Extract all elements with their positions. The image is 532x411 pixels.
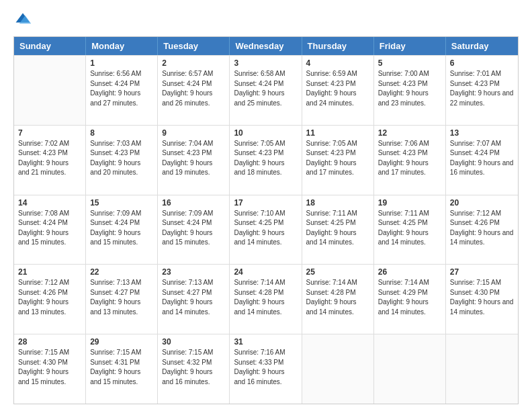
calendar-row-4: 28Sunrise: 7:15 AMSunset: 4:30 PMDayligh… — [14, 334, 518, 404]
cell-info: Sunrise: 7:11 AMSunset: 4:25 PMDaylight:… — [378, 209, 441, 248]
cell-info: Sunrise: 7:04 AMSunset: 4:23 PMDaylight:… — [162, 139, 225, 178]
calendar-cell: 20Sunrise: 7:12 AMSunset: 4:26 PMDayligh… — [446, 195, 518, 265]
calendar-cell: 1Sunrise: 6:56 AMSunset: 4:24 PMDaylight… — [86, 56, 158, 125]
header-cell-wednesday: Wednesday — [230, 37, 302, 55]
calendar-cell — [446, 334, 518, 404]
day-number: 1 — [90, 58, 153, 68]
cell-info: Sunrise: 7:05 AMSunset: 4:23 PMDaylight:… — [234, 139, 297, 178]
day-number: 27 — [450, 267, 514, 277]
cell-info: Sunrise: 7:06 AMSunset: 4:23 PMDaylight:… — [378, 139, 441, 178]
calendar-row-1: 7Sunrise: 7:02 AMSunset: 4:23 PMDaylight… — [14, 125, 518, 195]
cell-info: Sunrise: 7:12 AMSunset: 4:26 PMDaylight:… — [450, 209, 514, 248]
day-number: 26 — [378, 267, 441, 277]
day-number: 4 — [306, 58, 369, 68]
calendar-cell: 22Sunrise: 7:13 AMSunset: 4:27 PMDayligh… — [86, 265, 158, 334]
cell-info: Sunrise: 7:02 AMSunset: 4:23 PMDaylight:… — [18, 139, 81, 178]
calendar-cell: 4Sunrise: 6:59 AMSunset: 4:23 PMDaylight… — [302, 56, 374, 125]
day-number: 16 — [162, 198, 225, 208]
logo-icon — [13, 11, 32, 30]
calendar-cell: 8Sunrise: 7:03 AMSunset: 4:23 PMDaylight… — [86, 126, 158, 195]
calendar-cell: 7Sunrise: 7:02 AMSunset: 4:23 PMDaylight… — [14, 126, 86, 195]
calendar-cell: 28Sunrise: 7:15 AMSunset: 4:30 PMDayligh… — [14, 334, 86, 404]
day-number: 22 — [90, 267, 153, 277]
page: SundayMondayTuesdayWednesdayThursdayFrid… — [0, 0, 532, 411]
day-number: 7 — [18, 128, 81, 138]
day-number: 25 — [306, 267, 369, 277]
day-number: 2 — [162, 58, 225, 68]
cell-info: Sunrise: 7:15 AMSunset: 4:30 PMDaylight:… — [450, 278, 514, 317]
cell-info: Sunrise: 7:09 AMSunset: 4:24 PMDaylight:… — [162, 209, 225, 248]
cell-info: Sunrise: 6:57 AMSunset: 4:24 PMDaylight:… — [162, 69, 225, 108]
calendar-cell: 2Sunrise: 6:57 AMSunset: 4:24 PMDaylight… — [158, 56, 230, 125]
calendar-cell — [302, 334, 374, 404]
day-number: 8 — [90, 128, 153, 138]
day-number: 11 — [306, 128, 369, 138]
calendar-cell: 16Sunrise: 7:09 AMSunset: 4:24 PMDayligh… — [158, 195, 230, 265]
calendar-body: 1Sunrise: 6:56 AMSunset: 4:24 PMDaylight… — [14, 55, 518, 404]
cell-info: Sunrise: 6:58 AMSunset: 4:24 PMDaylight:… — [234, 69, 297, 108]
calendar-cell: 31Sunrise: 7:16 AMSunset: 4:33 PMDayligh… — [230, 334, 302, 404]
calendar-cell: 30Sunrise: 7:15 AMSunset: 4:32 PMDayligh… — [158, 334, 230, 404]
calendar-cell: 19Sunrise: 7:11 AMSunset: 4:25 PMDayligh… — [374, 195, 446, 265]
calendar-row-0: 1Sunrise: 6:56 AMSunset: 4:24 PMDaylight… — [14, 55, 518, 125]
cell-info: Sunrise: 6:56 AMSunset: 4:24 PMDaylight:… — [90, 69, 153, 108]
cell-info: Sunrise: 7:14 AMSunset: 4:28 PMDaylight:… — [234, 278, 297, 317]
calendar-cell — [374, 334, 446, 404]
day-number: 14 — [18, 198, 81, 208]
calendar-header: SundayMondayTuesdayWednesdayThursdayFrid… — [14, 37, 518, 55]
day-number: 17 — [234, 198, 297, 208]
header-cell-monday: Monday — [86, 37, 158, 55]
day-number: 31 — [234, 337, 297, 347]
cell-info: Sunrise: 7:14 AMSunset: 4:29 PMDaylight:… — [378, 278, 441, 317]
calendar: SundayMondayTuesdayWednesdayThursdayFrid… — [13, 36, 519, 404]
cell-info: Sunrise: 7:15 AMSunset: 4:32 PMDaylight:… — [162, 348, 225, 387]
calendar-cell: 12Sunrise: 7:06 AMSunset: 4:23 PMDayligh… — [374, 126, 446, 195]
header-cell-saturday: Saturday — [446, 37, 518, 55]
cell-info: Sunrise: 7:03 AMSunset: 4:23 PMDaylight:… — [90, 139, 153, 178]
calendar-cell: 15Sunrise: 7:09 AMSunset: 4:24 PMDayligh… — [86, 195, 158, 265]
day-number: 19 — [378, 198, 441, 208]
day-number: 13 — [450, 128, 514, 138]
header-cell-friday: Friday — [374, 37, 446, 55]
cell-info: Sunrise: 7:08 AMSunset: 4:24 PMDaylight:… — [18, 209, 81, 248]
calendar-cell: 27Sunrise: 7:15 AMSunset: 4:30 PMDayligh… — [446, 265, 518, 334]
cell-info: Sunrise: 7:05 AMSunset: 4:23 PMDaylight:… — [306, 139, 369, 178]
cell-info: Sunrise: 7:11 AMSunset: 4:25 PMDaylight:… — [306, 209, 369, 248]
calendar-row-2: 14Sunrise: 7:08 AMSunset: 4:24 PMDayligh… — [14, 195, 518, 265]
day-number: 12 — [378, 128, 441, 138]
cell-info: Sunrise: 7:13 AMSunset: 4:27 PMDaylight:… — [162, 278, 225, 317]
calendar-cell: 11Sunrise: 7:05 AMSunset: 4:23 PMDayligh… — [302, 126, 374, 195]
day-number: 18 — [306, 198, 369, 208]
cell-info: Sunrise: 7:00 AMSunset: 4:23 PMDaylight:… — [378, 69, 441, 108]
header-cell-thursday: Thursday — [302, 37, 374, 55]
calendar-cell: 10Sunrise: 7:05 AMSunset: 4:23 PMDayligh… — [230, 126, 302, 195]
header — [13, 11, 519, 30]
calendar-cell: 29Sunrise: 7:15 AMSunset: 4:31 PMDayligh… — [86, 334, 158, 404]
calendar-cell: 25Sunrise: 7:14 AMSunset: 4:28 PMDayligh… — [302, 265, 374, 334]
day-number: 24 — [234, 267, 297, 277]
day-number: 28 — [18, 337, 81, 347]
calendar-cell: 17Sunrise: 7:10 AMSunset: 4:25 PMDayligh… — [230, 195, 302, 265]
calendar-cell: 13Sunrise: 7:07 AMSunset: 4:24 PMDayligh… — [446, 126, 518, 195]
cell-info: Sunrise: 7:14 AMSunset: 4:28 PMDaylight:… — [306, 278, 369, 317]
calendar-row-3: 21Sunrise: 7:12 AMSunset: 4:26 PMDayligh… — [14, 264, 518, 334]
calendar-cell — [14, 56, 86, 125]
cell-info: Sunrise: 7:12 AMSunset: 4:26 PMDaylight:… — [18, 278, 81, 317]
calendar-cell: 18Sunrise: 7:11 AMSunset: 4:25 PMDayligh… — [302, 195, 374, 265]
cell-info: Sunrise: 7:01 AMSunset: 4:23 PMDaylight:… — [450, 69, 514, 108]
calendar-cell: 3Sunrise: 6:58 AMSunset: 4:24 PMDaylight… — [230, 56, 302, 125]
day-number: 6 — [450, 58, 514, 68]
calendar-cell: 21Sunrise: 7:12 AMSunset: 4:26 PMDayligh… — [14, 265, 86, 334]
cell-info: Sunrise: 7:13 AMSunset: 4:27 PMDaylight:… — [90, 278, 153, 317]
calendar-cell: 6Sunrise: 7:01 AMSunset: 4:23 PMDaylight… — [446, 56, 518, 125]
calendar-cell: 26Sunrise: 7:14 AMSunset: 4:29 PMDayligh… — [374, 265, 446, 334]
day-number: 21 — [18, 267, 81, 277]
calendar-cell: 5Sunrise: 7:00 AMSunset: 4:23 PMDaylight… — [374, 56, 446, 125]
day-number: 15 — [90, 198, 153, 208]
cell-info: Sunrise: 7:15 AMSunset: 4:31 PMDaylight:… — [90, 348, 153, 387]
cell-info: Sunrise: 7:15 AMSunset: 4:30 PMDaylight:… — [18, 348, 81, 387]
day-number: 23 — [162, 267, 225, 277]
cell-info: Sunrise: 7:09 AMSunset: 4:24 PMDaylight:… — [90, 209, 153, 248]
day-number: 3 — [234, 58, 297, 68]
calendar-cell: 14Sunrise: 7:08 AMSunset: 4:24 PMDayligh… — [14, 195, 86, 265]
